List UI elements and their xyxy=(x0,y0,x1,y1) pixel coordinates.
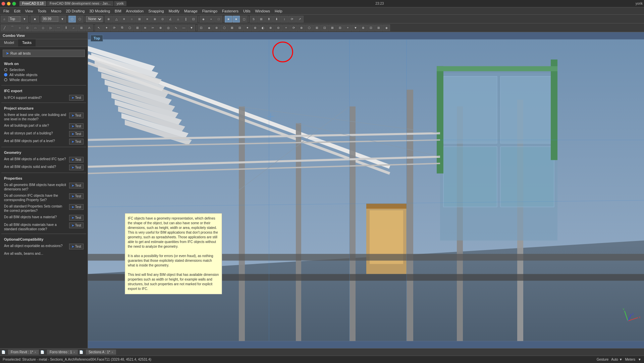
draw-btn-10[interactable]: ⌐ xyxy=(70,24,77,31)
window-tab-freecad[interactable]: FreeCAD 0.18 xyxy=(19,1,46,6)
bim-tool-14[interactable]: ↗ xyxy=(296,16,304,22)
menu-fasteners[interactable]: Fasteners xyxy=(220,8,240,14)
extra-btn-25[interactable]: ◈ xyxy=(383,24,390,31)
extra-btn-19[interactable]: ⊟ xyxy=(336,24,344,31)
run-all-tests-btn[interactable]: ➤ Run all tests xyxy=(3,50,85,57)
project-test-btn-3[interactable]: ➤ Test xyxy=(69,139,84,144)
draw-btn-12[interactable]: A xyxy=(86,24,93,31)
bim-tool-13[interactable]: ⟳ xyxy=(288,16,296,22)
radio-selection[interactable]: Selection xyxy=(4,68,84,72)
snap-btn-9[interactable]: ∠ xyxy=(167,16,174,22)
draw-btn-8[interactable]: ⋯ xyxy=(55,24,62,31)
geometry-test-btn-0[interactable]: ➤ Test xyxy=(69,157,84,163)
modify-btn-12[interactable]: — xyxy=(180,24,187,31)
fill-btn[interactable]: ▪ xyxy=(207,16,215,22)
properties-test-btn-2[interactable]: ➤ Test xyxy=(69,204,84,210)
snap-btn-8[interactable]: ⊙ xyxy=(159,16,166,22)
modify-btn-2[interactable]: ✦ xyxy=(103,24,110,31)
draw-btn-6[interactable]: ◇ xyxy=(39,24,47,31)
menu-bim[interactable]: BIM xyxy=(113,8,123,14)
modify-btn-1[interactable]: ↖ xyxy=(95,24,103,31)
snap-btn-2[interactable]: △ xyxy=(113,16,120,22)
view-cube[interactable]: Top xyxy=(91,35,103,42)
bottom-tab-1[interactable]: Forro têrreo : 1 × xyxy=(47,350,78,355)
view-input[interactable]: Top xyxy=(8,16,20,22)
bim-btn-3[interactable]: ◻ xyxy=(240,16,248,22)
project-test-btn-2[interactable]: ➤ Test xyxy=(69,131,84,137)
zoom-input[interactable] xyxy=(42,16,58,22)
zoom-dropdown[interactable]: ▼ xyxy=(59,16,66,22)
modify-btn-10[interactable]: ◎ xyxy=(165,24,172,31)
menu-edit[interactable]: Edit xyxy=(12,8,22,14)
extra-btn-1[interactable]: ⊡ xyxy=(198,24,205,31)
properties-test-btn-0[interactable]: ➤ Test xyxy=(69,183,84,188)
extra-btn-24[interactable]: ⊞ xyxy=(375,24,382,31)
bottom-tab-close-2[interactable]: × xyxy=(111,351,113,354)
extra-btn-15[interactable]: ⬡ xyxy=(306,24,313,31)
menu-2d-drafting[interactable]: 2D Drafting xyxy=(64,8,87,14)
snap-btn-12[interactable]: ⊡ xyxy=(190,16,197,22)
bottom-tab-0[interactable]: From Revit : 1* × xyxy=(8,350,39,355)
bim-s-btn[interactable]: S xyxy=(250,16,257,22)
extra-btn-6[interactable]: ⊟ xyxy=(236,24,244,31)
extra-btn-7[interactable]: ✦ xyxy=(244,24,251,31)
perspective-btn[interactable]: ⬡ xyxy=(68,16,76,22)
draw-btn-7[interactable]: ▷ xyxy=(47,24,54,31)
snap-btn-3[interactable]: ✕ xyxy=(120,16,128,22)
extra-btn-3[interactable]: ⊛ xyxy=(213,24,220,31)
view-dropdown[interactable]: ▼ xyxy=(21,16,28,22)
draw-btn-2[interactable]: ⌒ xyxy=(8,24,16,31)
radio-all-visible[interactable]: All visible objects xyxy=(4,73,84,77)
bim-btn-active-1[interactable]: ■ xyxy=(225,16,232,22)
properties-test-btn-1[interactable]: ➤ Test xyxy=(69,193,84,199)
radio-whole-doc[interactable]: Whole document xyxy=(4,78,84,82)
meters-label[interactable]: Meters xyxy=(625,358,636,361)
bottom-tab-close-0[interactable]: × xyxy=(35,351,36,354)
snap-toggle[interactable]: ◈ xyxy=(200,16,207,22)
window-tab-news[interactable]: FreeCAD BIM development news - Jan... xyxy=(47,1,113,6)
snap-btn-7[interactable]: ⊗ xyxy=(151,16,159,22)
tab-tasks[interactable]: Tasks xyxy=(18,39,36,47)
extra-btn-5[interactable]: ⊠ xyxy=(228,24,236,31)
menu-annotation[interactable]: Annotation xyxy=(124,8,146,14)
snap-btn-5[interactable]: ⊞ xyxy=(136,16,143,22)
extra-btn-12[interactable]: + xyxy=(282,24,290,31)
snap-select[interactable]: None xyxy=(86,16,103,22)
bim-tool-10[interactable]: ⬆ xyxy=(265,16,273,22)
draw-btn-4[interactable]: ⊙ xyxy=(24,24,31,31)
menu-macro[interactable]: Macro xyxy=(49,8,63,14)
modify-btn-13[interactable]: ▼ xyxy=(188,24,195,31)
menu-utils[interactable]: Utils xyxy=(241,8,252,14)
extra-btn-14[interactable]: ⊕ xyxy=(298,24,305,31)
menu-help[interactable]: Help xyxy=(273,8,284,14)
optional-test-btn-0[interactable]: ➤ Test xyxy=(69,244,84,249)
bim-tool-12[interactable]: ↕ xyxy=(281,16,288,22)
close-btn[interactable] xyxy=(1,2,5,6)
menu-view[interactable]: View xyxy=(23,8,35,14)
menu-windows[interactable]: Windows xyxy=(253,8,272,14)
snap-btn-4[interactable]: ○ xyxy=(128,16,136,22)
extra-btn-11[interactable]: ⊖ xyxy=(275,24,282,31)
extra-btn-16[interactable]: ⊞ xyxy=(313,24,321,31)
modify-btn-9[interactable]: ⊕ xyxy=(157,24,164,31)
tab-model[interactable]: Model xyxy=(0,39,18,47)
home-btn[interactable]: ⌂ xyxy=(1,16,8,22)
menu-flamingo[interactable]: Flamingo xyxy=(200,8,219,14)
window-tab-yorik[interactable]: yorik xyxy=(114,1,126,6)
maximize-btn[interactable] xyxy=(12,2,16,6)
modify-btn-6[interactable]: ⊞ xyxy=(134,24,141,31)
menu-tools[interactable]: Tools xyxy=(36,8,48,14)
minimize-btn[interactable] xyxy=(7,2,11,6)
draw-btn-9[interactable]: Ⅱ xyxy=(62,24,70,31)
extra-btn-10[interactable]: ⊕ xyxy=(267,24,274,31)
bottom-tab-close-1[interactable]: × xyxy=(73,351,75,354)
menu-snapping[interactable]: Snapping xyxy=(146,8,166,14)
draw-btn-5[interactable]: ⌓ xyxy=(32,24,39,31)
project-test-btn-0[interactable]: ➤ Test xyxy=(69,113,84,118)
window-controls[interactable] xyxy=(1,2,16,6)
extra-btn-23[interactable]: ⊡ xyxy=(367,24,375,31)
modify-btn-3[interactable]: ⟳ xyxy=(111,24,118,31)
gesture-label[interactable]: Gesture xyxy=(597,358,609,361)
modify-btn-11[interactable]: ∿ xyxy=(172,24,180,31)
extra-btn-8[interactable]: ⊕ xyxy=(252,24,259,31)
